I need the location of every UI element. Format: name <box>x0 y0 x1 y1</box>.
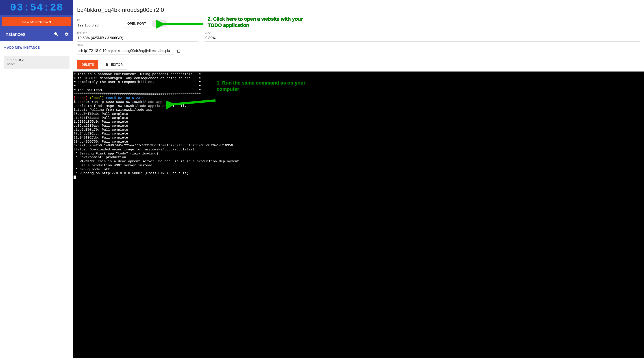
editor-button[interactable]: EDITOR <box>101 60 127 69</box>
delete-button[interactable]: DELETE <box>77 60 98 69</box>
main-panel: bq4bkkro_bq4bkmroudsg00cfr2f0 IP OPEN PO… <box>73 0 644 358</box>
svg-rect-0 <box>177 50 180 52</box>
instance-name: node1 <box>7 62 66 66</box>
open-port-button[interactable]: OPEN PORT <box>124 20 149 28</box>
gear-icon[interactable] <box>64 32 69 37</box>
ssh-label: SSH <box>77 44 174 47</box>
ip-label: IP <box>77 18 118 22</box>
cpu-value <box>205 35 640 42</box>
terminal[interactable]: # This is a sandbox environment. Using p… <box>73 72 644 358</box>
wrench-icon[interactable] <box>54 32 59 37</box>
memory-value <box>77 35 198 42</box>
close-session-button[interactable]: CLOSE SESSION <box>2 17 71 26</box>
sidebar: 03:54:28 CLOSE SESSION Instances + ADD N… <box>0 0 73 358</box>
session-timer: 03:54:28 <box>0 0 73 15</box>
annotation-text-2: 2. Click here to open a website with you… <box>208 16 311 28</box>
ip-input[interactable] <box>77 22 118 29</box>
cpu-label: CPU <box>205 31 640 34</box>
annotation-text-1: 1. Run the same command as on your compu… <box>216 80 306 92</box>
instance-title: bq4bkkro_bq4bkmroudsg00cfr2f0 <box>77 6 640 14</box>
add-instance-button[interactable]: + ADD NEW INSTANCE <box>0 41 73 54</box>
file-icon <box>105 62 109 66</box>
annotation-arrow-2 <box>156 16 206 32</box>
copy-icon[interactable] <box>176 48 181 53</box>
instances-heading: Instances <box>4 32 48 37</box>
instance-ip: 192.168.0.23 <box>7 58 66 62</box>
svg-line-2 <box>171 100 216 104</box>
annotation-arrow-1 <box>166 98 218 111</box>
ssh-value[interactable] <box>77 48 174 54</box>
instance-card[interactable]: 192.168.0.23 node1 <box>4 56 70 68</box>
